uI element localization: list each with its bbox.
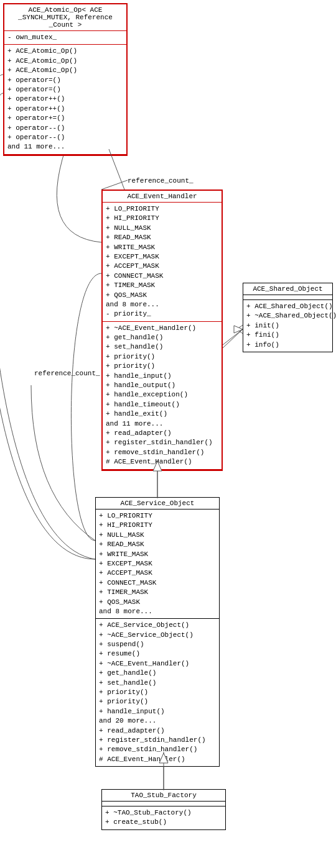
reference-count-label-left: reference_count_ <box>34 370 100 377</box>
atomic-op-fields: - own_mutex_ <box>4 31 126 45</box>
svg-marker-13 <box>234 326 243 333</box>
service-object-fields: + LO_PRIORITY + HI_PRIORITY + NULL_MASK … <box>96 509 219 619</box>
shared-object-box: ACE_Shared_Object + ACE_Shared_Object() … <box>243 283 333 352</box>
service-object-methods: + ACE_Service_Object() + ~ACE_Service_Ob… <box>96 619 219 766</box>
stub-factory-title: TAO_Stub_Factory <box>102 790 225 802</box>
svg-line-0 <box>101 180 128 190</box>
stub-factory-methods: + ~TAO_Stub_Factory() + create_stub() <box>102 806 225 829</box>
atomic-op-title: ACE_Atomic_Op< ACE_SYNCH_MUTEX, Referenc… <box>4 4 126 31</box>
shared-object-methods: + ACE_Shared_Object() + ~ACE_Shared_Obje… <box>243 300 332 352</box>
event-handler-methods: + ~ACE_Event_Handler() + get_handle() + … <box>103 322 222 470</box>
event-handler-title: ACE_Event_Handler <box>103 191 222 203</box>
svg-line-5 <box>223 329 243 348</box>
diagram-container: ACE_Atomic_Op< ACE_SYNCH_MUTEX, Referenc… <box>0 0 336 868</box>
event-handler-box: ACE_Event_Handler + LO_PRIORITY + HI_PRI… <box>101 190 223 471</box>
shared-object-empty <box>243 295 332 300</box>
stub-factory-empty <box>102 802 225 806</box>
service-object-box: ACE_Service_Object + LO_PRIORITY + HI_PR… <box>95 497 220 767</box>
event-handler-fields: + LO_PRIORITY + HI_PRIORITY + NULL_MASK … <box>103 203 222 322</box>
svg-line-12 <box>223 329 243 345</box>
stub-factory-box: TAO_Stub_Factory + ~TAO_Stub_Factory() +… <box>101 789 226 830</box>
shared-object-title: ACE_Shared_Object <box>243 283 332 295</box>
atomic-op-box: ACE_Atomic_Op< ACE_SYNCH_MUTEX, Referenc… <box>3 3 128 156</box>
reference-count-label-top: reference_count_ <box>128 177 194 185</box>
atomic-op-methods: + ACE_Atomic_Op() + ACE_Atomic_Op() + AC… <box>4 45 126 154</box>
service-object-title: ACE_Service_Object <box>96 498 219 509</box>
